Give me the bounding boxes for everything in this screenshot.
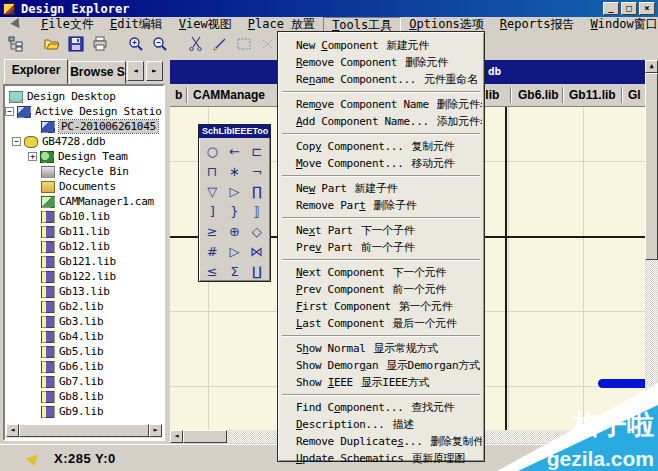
greater-equal-button[interactable]: ≥	[201, 221, 223, 241]
zoom-in-button[interactable]	[124, 34, 148, 56]
tree-item[interactable]: Gb9.lib	[5, 404, 163, 419]
menu-item[interactable]: New Component新建元件	[280, 37, 482, 54]
expand-plus-icon[interactable]: +	[28, 152, 37, 161]
tree-item[interactable]: Gb11.lib	[5, 224, 163, 239]
tree-item[interactable]: Gb4.lib	[5, 329, 163, 344]
menu-item[interactable]: Copy Component...复制元件	[280, 138, 482, 155]
postponed-output-button[interactable]: ▽	[201, 181, 223, 201]
scrollbar-thumb[interactable]	[183, 430, 227, 443]
high-current-button[interactable]: ]	[201, 201, 223, 221]
bidirectional-button[interactable]: ⋈	[246, 241, 268, 261]
schlib-ieee-toolbar[interactable]: SchLibIEEEToo ○←⊏⊓∗¬▽▷∏]}⟧≥⊕◇#▷⋈≤Σ∐	[198, 124, 271, 282]
scroll-right-button[interactable]: ►	[632, 430, 645, 443]
not-connection-button[interactable]: ¬	[246, 161, 268, 181]
menu-item[interactable]: Remove Component删除元件	[280, 54, 482, 71]
tab-scroll-left-button[interactable]: ◄	[127, 61, 144, 81]
menu-item[interactable]: Remove Component Name删除元件名	[280, 96, 482, 113]
menubar-item-options[interactable]: Options选项	[401, 17, 492, 32]
scroll-up-button[interactable]: ▲	[645, 60, 658, 73]
tree-horizontal-scrollbar[interactable]: ◄ ►	[6, 424, 162, 438]
expand-minus-icon[interactable]: −	[5, 107, 14, 116]
scroll-left-button[interactable]: ◄	[6, 424, 19, 437]
active-low-input-button[interactable]: ⊓	[201, 161, 223, 181]
menu-item[interactable]: Next Component下一个元件	[280, 264, 482, 281]
tab-explorer[interactable]: Explorer	[4, 59, 68, 84]
tree-item[interactable]: Gb2.lib	[5, 299, 163, 314]
print-button[interactable]	[88, 34, 112, 56]
maximize-button[interactable]: □	[621, 2, 637, 15]
tree-item[interactable]: Gb8.lib	[5, 389, 163, 404]
amplifier-button[interactable]: ▷	[223, 241, 245, 261]
tree-item[interactable]: Documents	[5, 179, 163, 194]
left-signal-flow-button[interactable]: ←	[223, 141, 245, 161]
tree-item[interactable]: CAMManager1.cam	[5, 194, 163, 209]
menu-item[interactable]: Last Component最后一个元件	[280, 315, 482, 332]
pulse-button[interactable]: }	[223, 201, 245, 221]
open-document-button[interactable]	[40, 34, 64, 56]
menu-item[interactable]: Remove Duplicates...删除复制件	[280, 433, 482, 450]
document-tab[interactable]: Gb11.lib	[569, 84, 616, 106]
zoom-out-button[interactable]	[148, 34, 172, 56]
menu-item[interactable]: Remove Part删除子件	[280, 197, 482, 214]
tree-item[interactable]: − Active Design Statior	[5, 104, 163, 119]
menu-item[interactable]: Show IEEE显示IEEE方式	[280, 374, 482, 391]
tree-item[interactable]: Gb6.lib	[5, 359, 163, 374]
menubar-item-window[interactable]: Window窗口	[582, 17, 658, 32]
menubar-item-reports[interactable]: Reports报告	[492, 17, 583, 32]
design-hierarchy-button[interactable]	[4, 34, 28, 56]
tab-scroll-right-button[interactable]: ►	[146, 61, 163, 81]
scrollbar-thumb[interactable]	[19, 424, 149, 437]
menu-item[interactable]: Move Component...移动元件	[280, 155, 482, 172]
menu-item[interactable]: Description...描述	[280, 416, 482, 433]
tree-item[interactable]: Gb10.lib	[5, 209, 163, 224]
save-button[interactable]	[64, 34, 88, 56]
document-tab[interactable]: CAMManage	[193, 84, 265, 106]
document-tab[interactable]: Gb6.lib	[518, 84, 559, 106]
tree-item[interactable]: PC-201006261045	[5, 119, 163, 134]
analog-signal-button[interactable]: ∗	[223, 161, 245, 181]
menubar-item-edit[interactable]: Edit编辑	[102, 17, 171, 32]
tree-item[interactable]: Gb12.lib	[5, 239, 163, 254]
menu-item[interactable]: Show Demorgan显示Demorgan方式	[280, 357, 482, 374]
tree-item[interactable]: Design Desktop	[5, 89, 163, 104]
tree-item[interactable]: Gb5.lib	[5, 344, 163, 359]
circled-line-button[interactable]: ⊕	[223, 221, 245, 241]
tree-item[interactable]: Gb122.lib	[5, 269, 163, 284]
hiz-button[interactable]: ∏	[246, 181, 268, 201]
menu-item[interactable]: Prev Part前一个子件	[280, 239, 482, 256]
scrollbar-thumb[interactable]	[645, 73, 658, 260]
document-tab[interactable]: Gl	[628, 84, 641, 106]
tree-item[interactable]: − GB4728.ddb	[5, 134, 163, 149]
document-tab[interactable]: b	[175, 84, 182, 106]
ieee-toolbar-title[interactable]: SchLibIEEEToo	[199, 125, 270, 138]
diamond-button[interactable]: ◇	[246, 221, 268, 241]
cut-button[interactable]	[184, 34, 208, 56]
close-button[interactable]: ×	[639, 2, 655, 15]
menu-item[interactable]: Show Normal显示常规方式	[280, 340, 482, 357]
open-collector-button[interactable]: ▷	[223, 181, 245, 201]
menu-item[interactable]: Prev Component前一个元件	[280, 281, 482, 298]
tree-item[interactable]: Gb121.lib	[5, 254, 163, 269]
editor-vertical-scrollbar[interactable]: ▲ ▼	[645, 60, 658, 443]
tab-browse[interactable]: Browse S	[69, 61, 126, 84]
menubar-item-tools[interactable]: Tools工具	[323, 17, 401, 32]
menu-item[interactable]: New Part新建子件	[280, 180, 482, 197]
menu-item[interactable]: Add Component Name...添加元件名	[280, 113, 482, 130]
menubar-item-view[interactable]: View视图	[171, 17, 240, 32]
less-equal-button[interactable]: ≤	[201, 261, 223, 281]
tree-item[interactable]: Gb13.lib	[5, 284, 163, 299]
scroll-down-button[interactable]: ▼	[645, 430, 658, 443]
menu-item[interactable]: Rename Component...元件重命名	[280, 71, 482, 88]
menu-item[interactable]: Next Part下一个子件	[280, 222, 482, 239]
menu-item[interactable]: Update Schematics更新原理图	[280, 450, 482, 467]
delay-button[interactable]: ⟧	[246, 201, 268, 221]
tree-item[interactable]: Recycle Bin	[5, 164, 163, 179]
tree-item[interactable]: Gb3.lib	[5, 314, 163, 329]
selection-button[interactable]	[232, 34, 256, 56]
expand-minus-icon[interactable]: −	[12, 137, 21, 146]
scroll-left-button[interactable]: ◄	[170, 430, 183, 443]
menu-item[interactable]: First Component第一个元件	[280, 298, 482, 315]
minimize-button[interactable]: _	[603, 2, 619, 15]
clock-button[interactable]: ⊏	[246, 141, 268, 161]
tree-item[interactable]: + Design Team	[5, 149, 163, 164]
